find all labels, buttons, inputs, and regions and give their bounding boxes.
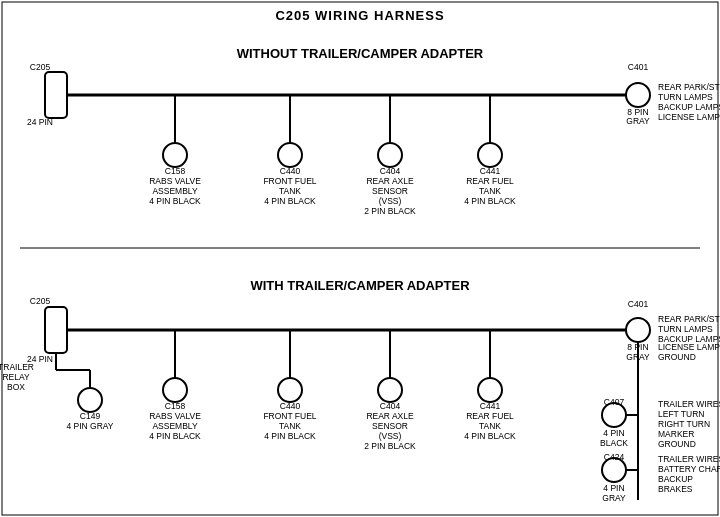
svg-point-4 [163,143,187,167]
c158-bot-label: RABS VALVE [149,411,201,421]
c401-top-label2: TURN LAMPS [658,92,713,102]
c149-label: 4 PIN GRAY [66,421,113,431]
c401-bot-label4: LICENSE LAMPS [658,342,720,352]
svg-point-2 [626,83,650,107]
c407-label5: GROUND [658,439,696,449]
c440-bot-id: C440 [280,401,301,411]
c205-top-pin: 24 PIN [27,117,53,127]
c440-top-id: C440 [280,166,301,176]
svg-rect-1 [45,72,67,118]
c158-bot-label2: ASSEMBLY [152,421,198,431]
c158-top-id: C158 [165,166,186,176]
c407-label3: RIGHT TURN [658,419,710,429]
c441-bot-label3: 4 PIN BLACK [464,431,516,441]
c401-bot-label2: TURN LAMPS [658,324,713,334]
c407-id: C407 [604,397,625,407]
svg-point-18 [78,388,102,412]
c158-top-label3: 4 PIN BLACK [149,196,201,206]
c441-top-id: C441 [480,166,501,176]
svg-point-22 [278,378,302,402]
c424-label4: BRAKES [658,484,693,494]
c440-bot-label: FRONT FUEL [263,411,316,421]
c404-top-label2: SENSOR [372,186,408,196]
c407-label2: LEFT TURN [658,409,704,419]
c404-top-id: C404 [380,166,401,176]
svg-rect-13 [45,307,67,353]
trailer-relay-label3: BOX [7,382,25,392]
c424-id: C424 [604,452,625,462]
svg-point-20 [163,378,187,402]
c440-top-label2: TANK [279,186,301,196]
c407-label1: TRAILER WIRES [658,399,720,409]
c401-top-label3: BACKUP LAMPS [658,102,720,112]
svg-point-26 [478,378,502,402]
c441-top-label2: TANK [479,186,501,196]
c205-bot-label: C205 [30,296,51,306]
c407-label4: MARKER [658,429,694,439]
c404-top-label3: (VSS) [379,196,402,206]
c441-bot-label: REAR FUEL [466,411,514,421]
c404-bot-label4: 2 PIN BLACK [364,441,416,451]
c158-bot-label3: 4 PIN BLACK [149,431,201,441]
svg-point-8 [378,143,402,167]
c205-top-label: C205 [30,62,51,72]
c440-top-label: FRONT FUEL [263,176,316,186]
c158-top-label2: ASSEMBLY [152,186,198,196]
c440-bot-label3: 4 PIN BLACK [264,431,316,441]
c424-label3: BACKUP [658,474,693,484]
svg-point-24 [378,378,402,402]
c401-bot-label5: GROUND [658,352,696,362]
c441-top-label: REAR FUEL [466,176,514,186]
c424-color: GRAY [602,493,626,503]
c404-bot-label: REAR AXLE [366,411,414,421]
c404-top-label: REAR AXLE [366,176,414,186]
c404-bot-label2: SENSOR [372,421,408,431]
c440-top-label3: 4 PIN BLACK [264,196,316,206]
trailer-relay-label1: TRAILER [0,362,34,372]
c158-bot-id: C158 [165,401,186,411]
wiring-svg: WITHOUT TRAILER/CAMPER ADAPTER C205 24 P… [0,0,720,517]
c404-bot-label3: (VSS) [379,431,402,441]
svg-point-6 [278,143,302,167]
c404-top-label4: 2 PIN BLACK [364,206,416,216]
c401-top-id: C401 [628,62,649,72]
wiring-diagram: C205 WIRING HARNESS WITHOUT TRAILER/CAMP… [0,0,720,517]
svg-point-14 [626,318,650,342]
c149-id: C149 [80,411,101,421]
trailer-relay-label2: RELAY [2,372,30,382]
c441-bot-id: C441 [480,401,501,411]
c404-bot-id: C404 [380,401,401,411]
section2-label: WITH TRAILER/CAMPER ADAPTER [250,278,470,293]
c424-label2: BATTERY CHARGE [658,464,720,474]
c401-top-gray: GRAY [626,116,650,126]
c424-pin: 4 PIN [603,483,624,493]
c407-color: BLACK [600,438,628,448]
c407-pin: 4 PIN [603,428,624,438]
section1-label: WITHOUT TRAILER/CAMPER ADAPTER [237,46,484,61]
c441-bot-label2: TANK [479,421,501,431]
c440-bot-label2: TANK [279,421,301,431]
c424-label1: TRAILER WIRES [658,454,720,464]
c158-top-label: RABS VALVE [149,176,201,186]
c441-top-label3: 4 PIN BLACK [464,196,516,206]
c401-bot-label1: REAR PARK/STOP [658,314,720,324]
c401-bot-id: C401 [628,299,649,309]
c401-top-label: REAR PARK/STOP [658,82,720,92]
c401-top-label4: LICENSE LAMPS [658,112,720,122]
svg-point-10 [478,143,502,167]
